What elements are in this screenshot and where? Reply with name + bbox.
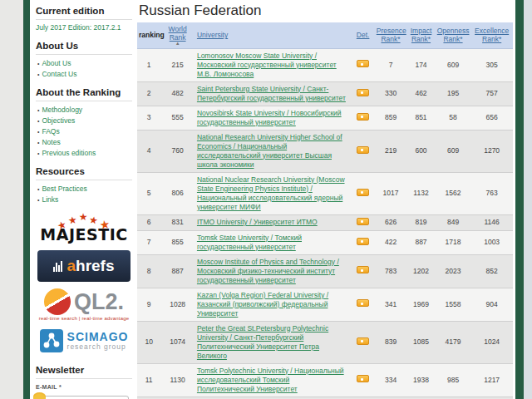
- cell-presence-rank: 422: [375, 230, 407, 254]
- impact-sort-link[interactable]: Impact Rank*: [411, 27, 432, 43]
- university-link[interactable]: Tomsk State University / Томский государ…: [197, 234, 302, 251]
- sidebar-link[interactable]: About Us: [42, 58, 71, 68]
- header-ranking: ranking: [137, 22, 160, 48]
- bullet-icon: •: [37, 127, 39, 137]
- university-link[interactable]: Lomonosov Moscow State University / Моск…: [197, 52, 337, 78]
- cell-ranking: 1: [137, 48, 160, 81]
- sidebar-section: About Us•About Us•Contact Us: [36, 38, 132, 80]
- sidebar-list-item: •Previous editions: [36, 148, 132, 159]
- det-icon[interactable]: [357, 60, 369, 67]
- email-label: E-MAIL *: [36, 384, 132, 390]
- cell-impact-rank: 1085: [406, 321, 435, 363]
- det-icon[interactable]: [357, 266, 369, 273]
- det-icon[interactable]: [357, 146, 369, 154]
- table-row: 111130Tomsk Polytechnic University / Нац…: [137, 363, 513, 397]
- sidebar-link[interactable]: Methodology: [42, 105, 82, 115]
- scrollbar-track[interactable]: [524, 0, 532, 399]
- ql2-logo[interactable]: QL2. real-time search | real-time advant…: [36, 288, 132, 321]
- cell-openness-rank: 985: [436, 363, 471, 397]
- table-row: 7855Tomsk State University / Томский гос…: [137, 230, 513, 254]
- cell-openness-rank: 1562: [436, 172, 471, 214]
- university-link[interactable]: Moscow Institute of Physics and Technolo…: [197, 258, 339, 284]
- cell-excellence-rank: 1003: [470, 230, 513, 254]
- scimago-logo[interactable]: SCIMAGO research group: [36, 329, 132, 352]
- cell-world-rank: 887: [160, 254, 195, 288]
- cell-presence-rank: 219: [375, 130, 407, 172]
- cell-openness-rank: 1718: [436, 230, 471, 254]
- sidebar-link[interactable]: Notes: [42, 137, 60, 147]
- sidebar-link[interactable]: Links: [42, 195, 58, 204]
- openness-sort-link[interactable]: Openness Rank*: [437, 27, 470, 43]
- majestic-logo[interactable]: ★★★★★ MAJESTIC: [36, 212, 132, 244]
- cell-openness-rank: 58: [436, 106, 471, 130]
- sidebar-heading: About the Ranking: [36, 85, 132, 101]
- cell-presence-rank: 626: [375, 214, 407, 230]
- cell-world-rank: 855: [160, 230, 195, 254]
- cell-excellence-rank: 1217: [470, 363, 513, 397]
- sidebar-section: About the Ranking•Methodology•Objectives…: [36, 85, 132, 159]
- presence-sort-link[interactable]: Presence Rank*: [377, 27, 406, 43]
- det-icon[interactable]: [357, 113, 369, 121]
- sidebar-link[interactable]: FAQs: [42, 126, 59, 136]
- table-row: 4760National Research University Higher …: [137, 130, 513, 172]
- table-row: 101074Peter the Great St.Petersburg Poly…: [137, 321, 513, 363]
- det-icon[interactable]: [357, 189, 369, 196]
- university-sort-link[interactable]: University: [197, 31, 228, 39]
- det-icon[interactable]: [357, 299, 369, 307]
- cell-university: Moscow Institute of Physics and Technolo…: [195, 254, 352, 288]
- cell-world-rank: 215: [160, 48, 195, 81]
- cell-impact-rank: 1938: [406, 363, 435, 397]
- university-link[interactable]: ITMO University / Университет ИТМО: [197, 218, 318, 226]
- cell-university: Peter the Great St.Petersburg Polytechni…: [195, 321, 352, 363]
- det-icon[interactable]: [357, 375, 369, 382]
- det-sort-link[interactable]: Det.: [357, 31, 370, 39]
- det-icon[interactable]: [357, 89, 369, 96]
- world-rank-sort-link[interactable]: World Rank: [169, 25, 187, 42]
- excellence-sort-link[interactable]: Excellence Rank*: [475, 27, 509, 43]
- sidebar-link[interactable]: Contact Us: [42, 69, 76, 79]
- majestic-stars-icon: ★★★★★: [36, 212, 132, 225]
- email-field[interactable]: [36, 396, 129, 399]
- sort-asc-icon[interactable]: ▲: [162, 42, 193, 46]
- cell-impact-rank: 1202: [406, 254, 435, 288]
- sidebar-link[interactable]: Best Practices: [42, 184, 86, 194]
- header-impact-rank: Impact Rank*: [406, 22, 435, 48]
- header-presence-rank: Presence Rank*: [375, 22, 407, 48]
- main-content: Russian Federation ranking World Rank ▲ …: [135, 0, 515, 399]
- majestic-logo-text: MAJESTIC: [36, 225, 132, 244]
- page-content: Current editionJuly 2017 Edition: 2017.2…: [30, 0, 515, 399]
- university-link[interactable]: Saint Petersburg State University / Санк…: [197, 85, 346, 102]
- cell-presence-rank: 1017: [375, 172, 407, 214]
- sidebar-list-item: •Notes: [36, 137, 132, 148]
- bullet-icon: •: [37, 138, 39, 148]
- cell-openness-rank: 2023: [436, 254, 471, 288]
- cell-ranking: 5: [137, 172, 160, 214]
- university-link[interactable]: Peter the Great St.Petersburg Polytechni…: [197, 324, 328, 360]
- ahrefs-bars-icon: [53, 260, 62, 272]
- sidebar-list-item: •Objectives: [36, 116, 132, 126]
- table-row: 8887Moscow Institute of Physics and Tech…: [137, 254, 513, 288]
- university-link[interactable]: Tomsk Polytechnic University / Националь…: [197, 367, 344, 393]
- det-icon[interactable]: [357, 218, 369, 225]
- cell-det: [351, 172, 374, 214]
- det-icon[interactable]: [357, 238, 369, 245]
- sidebar-link[interactable]: Previous editions: [42, 148, 96, 158]
- sidebar-link[interactable]: Objectives: [42, 116, 75, 126]
- cell-presence-rank: 859: [375, 106, 407, 130]
- current-edition-link[interactable]: July 2017 Edition: 2017.2.1: [36, 23, 132, 32]
- bullet-icon: •: [37, 106, 39, 116]
- ql2-circle-icon: [44, 288, 71, 315]
- university-link[interactable]: National Nuclear Research University (Mo…: [197, 175, 345, 211]
- cell-presence-rank: 334: [375, 363, 407, 397]
- ahrefs-logo[interactable]: ahrefs: [36, 250, 132, 282]
- det-icon[interactable]: [357, 337, 369, 345]
- table-row: 1215Lomonosov Moscow State University / …: [137, 48, 513, 81]
- university-link[interactable]: Kazan (Volga Region) Federal University …: [197, 291, 328, 318]
- cell-world-rank: 482: [160, 81, 195, 106]
- sidebar-list-item: •Best Practices: [36, 184, 132, 195]
- cell-ranking: 6: [137, 214, 160, 230]
- header-det: Det.: [351, 22, 374, 48]
- bullet-icon: •: [37, 149, 39, 159]
- university-link[interactable]: Novosibirsk State University / Новосибир…: [197, 109, 342, 126]
- university-link[interactable]: National Research University Higher Scho…: [197, 133, 342, 169]
